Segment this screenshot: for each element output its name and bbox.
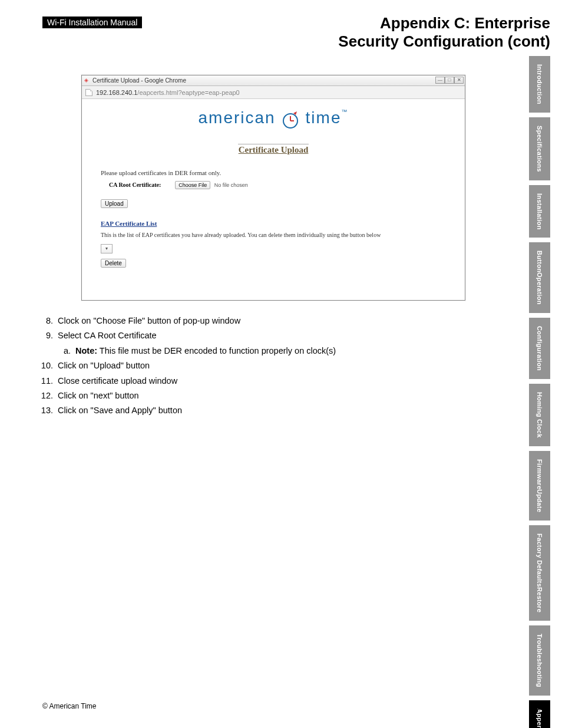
side-tab[interactable]: Factory DefaultsRestore bbox=[529, 525, 550, 621]
favicon-icon bbox=[84, 78, 90, 84]
ca-root-label: CA Root Certificate: bbox=[109, 182, 161, 188]
upload-instruction: Please upload certificates in DER format… bbox=[101, 169, 454, 176]
cert-dropdown[interactable]: ▾ bbox=[101, 244, 113, 253]
url-path: /eapcerts.html?eaptype=eap-peap0 bbox=[137, 89, 239, 96]
maximize-icon[interactable]: □ bbox=[445, 77, 454, 84]
side-tabs: IntroductionSpecificationsInstallationBu… bbox=[529, 56, 550, 728]
url-host: 192.168.240.1 bbox=[96, 89, 137, 96]
minimize-icon[interactable]: — bbox=[435, 77, 445, 84]
step-text: Close certificate upload window bbox=[58, 374, 177, 388]
eap-cert-list-text: This is the list of EAP certificates you… bbox=[101, 232, 454, 238]
choose-file-button[interactable]: Choose File bbox=[175, 181, 210, 189]
window-title: Certificate Upload - Google Chrome bbox=[92, 77, 186, 84]
manual-badge: Wi-Fi Installation Manual bbox=[42, 17, 142, 28]
ca-root-row: CA Root Certificate: Choose File No file… bbox=[109, 181, 454, 189]
step-number: 10. bbox=[40, 358, 58, 373]
step-item: 13.Click on "Save and Apply" button bbox=[40, 403, 488, 418]
side-tab[interactable]: Configuration bbox=[529, 318, 550, 379]
page-number: 23 bbox=[535, 701, 547, 713]
step-text: Click on "next" button bbox=[58, 388, 139, 403]
side-tab[interactable]: Specifications bbox=[529, 117, 550, 180]
copyright: © American Time bbox=[42, 702, 97, 710]
step-text: Click on "Upload" button bbox=[58, 358, 150, 373]
step-number: 13. bbox=[40, 403, 58, 418]
step-item: 9.Select CA Root Certificate bbox=[40, 328, 488, 343]
side-tab[interactable]: Troubleshooting bbox=[529, 625, 550, 696]
step-item: 10.Click on "Upload" button bbox=[40, 358, 488, 373]
step-item: 8.Clock on "Choose File" button of pop-u… bbox=[40, 314, 488, 328]
step-item: 11.Close certificate upload window bbox=[40, 374, 488, 388]
side-tab[interactable]: FirmwareUpdate bbox=[529, 451, 550, 521]
logo-tm: ™ bbox=[341, 108, 348, 115]
step-number: 12. bbox=[40, 388, 58, 403]
address-bar[interactable]: 192.168.240.1/eapcerts.html?eaptype=eap-… bbox=[82, 86, 465, 99]
step-number: 11. bbox=[40, 374, 58, 388]
step-text: Clock on "Choose File" button of pop-up … bbox=[58, 314, 240, 328]
step-text: Select CA Root Certificate bbox=[58, 328, 157, 343]
side-tab[interactable]: ButtonOperation bbox=[529, 242, 550, 313]
logo-left: american bbox=[199, 108, 276, 127]
clock-icon bbox=[280, 110, 300, 132]
close-icon[interactable]: ✕ bbox=[454, 77, 464, 84]
step-number: 9. bbox=[40, 328, 58, 343]
page-icon bbox=[85, 89, 92, 96]
logo-right: time bbox=[306, 108, 342, 127]
browser-window: Certificate Upload - Google Chrome — □ ✕… bbox=[81, 75, 465, 301]
file-chosen-status: No file chosen bbox=[214, 182, 248, 188]
step-number: 8. bbox=[40, 314, 58, 328]
delete-button[interactable]: Delete bbox=[101, 259, 126, 268]
title-line2: Security Configuration (cont) bbox=[338, 32, 550, 51]
step-item: 12.Click on "next" button bbox=[40, 388, 488, 403]
side-tab[interactable]: Homing Clock bbox=[529, 384, 550, 446]
window-title-bar: Certificate Upload - Google Chrome — □ ✕ bbox=[82, 75, 465, 86]
step-item: a.Note: This file must be DER encoded to… bbox=[58, 344, 488, 358]
step-number: a. bbox=[58, 344, 75, 358]
side-tab[interactable]: Introduction bbox=[529, 56, 550, 113]
window-controls: — □ ✕ bbox=[435, 77, 464, 84]
title-line1: Appendix C: Enterprise bbox=[380, 14, 550, 32]
page-body: american time™ Certificate Upload Please… bbox=[82, 99, 465, 300]
step-text: Note: This file must be DER encoded to f… bbox=[75, 344, 336, 358]
logo: american time™ bbox=[92, 108, 454, 132]
side-tab[interactable]: Installation bbox=[529, 185, 550, 238]
step-list: 8.Clock on "Choose File" button of pop-u… bbox=[40, 314, 488, 419]
upload-button[interactable]: Upload bbox=[101, 199, 128, 208]
eap-cert-list-heading: EAP Certificate List bbox=[101, 220, 454, 227]
page-title: Appendix C: Enterprise Security Configur… bbox=[338, 14, 550, 51]
step-text: Click on "Save and Apply" button bbox=[58, 403, 182, 418]
cert-upload-heading: Certificate Upload bbox=[238, 144, 309, 155]
